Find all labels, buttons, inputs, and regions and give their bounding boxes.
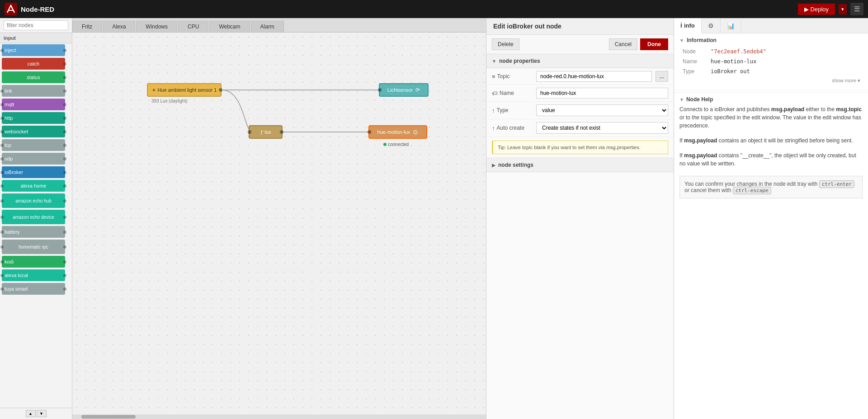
node-udp[interactable]: udp (2, 153, 65, 165)
canvas-node-lichtsensor[interactable]: Lichtsensor ⟳ (379, 83, 429, 97)
info-panel-content: ▼ Information Node "7ec2eaef.5edeb4" Nam… (674, 33, 868, 419)
canvas-scrollbar-h[interactable] (72, 414, 486, 419)
node-amazon-echo-device[interactable]: amazon echo device (2, 210, 65, 224)
cancel-kbd: ctrl-escape (733, 187, 771, 194)
port-left (0, 89, 4, 93)
status-text: connected (388, 142, 409, 147)
node-amazon-echo-hub[interactable]: amazon echo hub (2, 193, 65, 208)
show-more-link[interactable]: show more ▾ (679, 77, 863, 85)
list-item[interactable]: alexa local (0, 268, 72, 282)
list-item[interactable]: amazon echo hub (0, 193, 72, 209)
list-item[interactable]: inject (0, 43, 72, 57)
help-text-6: If (679, 152, 684, 159)
node-kodi[interactable]: kodi (2, 256, 65, 268)
list-item[interactable]: ioBroker (0, 165, 72, 179)
cancel-button[interactable]: Cancel (609, 38, 637, 50)
canvas-node-hue-ambient[interactable]: ☀ Hue ambient light sensor 1 (147, 83, 222, 97)
list-item[interactable]: link (0, 84, 72, 98)
info-tab-icon: i (680, 22, 682, 29)
node-battery[interactable]: battery (2, 226, 65, 238)
topic-append-button[interactable]: ... (656, 71, 668, 82)
node-tuya-smart[interactable]: tuya smart (2, 283, 65, 295)
name-input[interactable] (536, 88, 668, 99)
list-item[interactable]: amazon echo device (0, 209, 72, 225)
port-left (0, 274, 4, 277)
tab-chart[interactable]: 📊 (721, 18, 741, 33)
node-alexa-local[interactable]: alexa local (2, 269, 65, 281)
node-catch[interactable]: catch (2, 58, 65, 70)
hamburger-icon: ☰ (854, 5, 860, 13)
edit-panel: Edit ioBroker out node Delete Cancel Don… (486, 18, 674, 419)
port-right (63, 274, 66, 277)
deploy-icon: ▶ (804, 6, 809, 13)
auto-create-select[interactable]: Create states if not exist Do not create… (536, 122, 668, 134)
list-item[interactable]: websocket (0, 125, 72, 138)
port-right (63, 231, 66, 234)
deploy-dropdown-button[interactable]: ▾ (839, 4, 847, 14)
port-left (368, 130, 371, 134)
tab-cpu[interactable]: CPU (178, 21, 208, 32)
list-item[interactable]: alexa home (0, 179, 72, 193)
tab-settings[interactable]: ⚙ (702, 18, 721, 33)
node-help-toggle-icon: ▼ (679, 97, 684, 102)
list-item[interactable]: http (0, 111, 72, 125)
tab-alexa[interactable]: Alexa (103, 21, 135, 32)
port-right (63, 117, 66, 120)
delete-button[interactable]: Delete (492, 38, 519, 50)
list-item[interactable]: battery (0, 225, 72, 239)
topic-input[interactable] (536, 71, 652, 82)
list-item[interactable]: tcp (0, 138, 72, 152)
canvas-node-hue-motion-lux[interactable]: hue-motion-lux ⊙ (368, 125, 427, 139)
sidebar-section-title: input (0, 33, 72, 43)
scroll-up-button[interactable]: ▲ (26, 410, 36, 417)
node-iobroker[interactable]: ioBroker (2, 166, 65, 178)
node-settings-section-header[interactable]: ▶ node settings (486, 158, 674, 172)
node-alexa-home[interactable]: alexa home (2, 180, 65, 192)
node-help-title-text: Node Help (686, 96, 713, 103)
node-homematic-rpc[interactable]: homematic rpc (2, 240, 65, 254)
list-item[interactable]: status (0, 71, 72, 84)
tabbar: Fritz Alexa Windows CPU Webcam Alarm (72, 18, 486, 33)
node-websocket[interactable]: websocket (2, 126, 65, 137)
hamburger-button[interactable]: ☰ (850, 3, 863, 15)
port-right (63, 184, 66, 188)
node-link[interactable]: link (2, 85, 65, 97)
list-item[interactable]: catch (0, 57, 72, 71)
filter-input[interactable] (4, 20, 68, 30)
port-left (0, 157, 4, 160)
node-mqtt[interactable]: mqtt (2, 99, 65, 110)
node-status[interactable]: status (2, 71, 65, 83)
tab-info[interactable]: i info (674, 18, 702, 33)
node-kodi-label: kodi (5, 259, 14, 264)
list-item[interactable]: kodi (0, 255, 72, 268)
node-http[interactable]: http (2, 112, 65, 124)
scroll-down-button[interactable]: ▼ (37, 410, 47, 417)
information-section: ▼ Information Node "7ec2eaef.5edeb4" Nam… (674, 33, 868, 88)
done-button[interactable]: Done (640, 38, 668, 50)
list-item[interactable]: homematic rpc (0, 239, 72, 255)
topic-label: ≡ Topic (492, 73, 533, 80)
information-table: Node "7ec2eaef.5edeb4" Name hue-motion-l… (679, 46, 863, 77)
node-inject[interactable]: inject (2, 44, 65, 56)
list-item[interactable]: udp (0, 152, 72, 165)
topic-icon: ≡ (492, 73, 495, 80)
list-item[interactable]: mqtt (0, 98, 72, 111)
tab-fritz[interactable]: Fritz (72, 21, 102, 32)
node-properties-section-header[interactable]: ▼ node properties (486, 54, 674, 68)
tab-alarm[interactable]: Alarm (251, 21, 284, 32)
port-right (63, 76, 66, 79)
node-alexa-local-label: alexa local (5, 273, 28, 278)
list-item[interactable]: tuya smart (0, 282, 72, 296)
info-panel-tabs: i info ⚙ 📊 (674, 18, 868, 33)
info-panel: i info ⚙ 📊 ▼ Information Node "7e (674, 18, 868, 419)
topbar-left: Node-RED (5, 3, 54, 15)
canvas-node-lux[interactable]: ƒ lux (249, 125, 283, 139)
canvas-area[interactable]: ☀ Hue ambient light sensor 1 393 Lux (da… (72, 33, 486, 419)
tab-windows[interactable]: Windows (136, 21, 177, 32)
node-status-label: status (27, 75, 40, 80)
type-select[interactable]: value state json (536, 104, 668, 116)
tab-webcam[interactable]: Webcam (209, 21, 250, 32)
deploy-button[interactable]: ▶ Deploy (798, 4, 835, 15)
node-tcp[interactable]: tcp (2, 139, 65, 151)
deploy-label: Deploy (811, 6, 829, 13)
